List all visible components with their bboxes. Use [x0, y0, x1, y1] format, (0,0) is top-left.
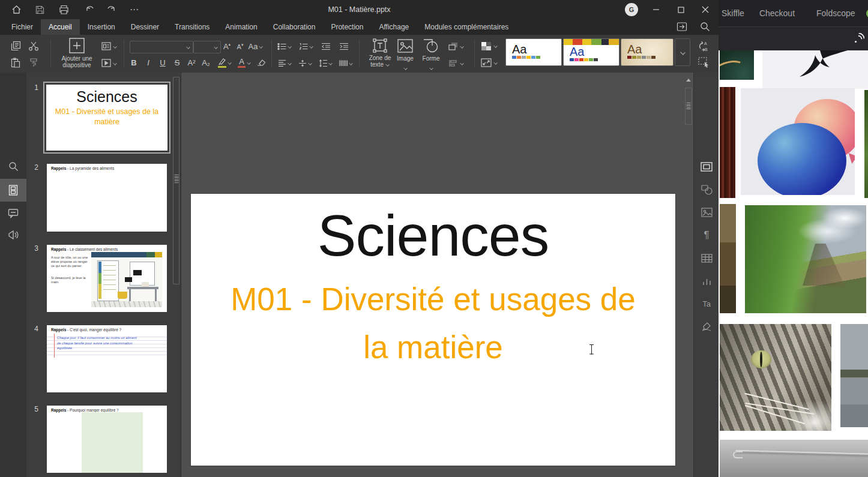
find-icon[interactable]: [0, 155, 26, 177]
photo-metal-rod[interactable]: [720, 440, 868, 477]
font-color-button[interactable]: A: [236, 57, 253, 68]
slide-thumbnail-1[interactable]: Sciences M01 - Diversité et usages de la…: [46, 85, 167, 151]
shapes-pane-icon[interactable]: [694, 180, 719, 199]
theme-option-1[interactable]: Aa: [505, 38, 562, 66]
photo-lake-horizon[interactable]: [840, 324, 868, 427]
canvas-scrollbar[interactable]: [684, 76, 692, 477]
line-spacing-dropdown[interactable]: [317, 58, 334, 68]
ink-pen-pane-icon[interactable]: [694, 317, 719, 336]
tab-fichier[interactable]: Fichier: [4, 19, 41, 35]
bw-tab-checkout[interactable]: Checkout: [759, 8, 795, 18]
photo-dark-red-texture[interactable]: [720, 87, 735, 198]
insert-shape-button[interactable]: Forme: [418, 39, 444, 73]
tab-dessiner[interactable]: Dessiner: [123, 19, 167, 35]
tab-insertion[interactable]: Insertion: [80, 19, 123, 35]
bw-tab-foldscope[interactable]: Foldscope: [816, 8, 855, 18]
slide-thumbnail-3[interactable]: Rappels - Le classement des aliments A t…: [47, 245, 167, 312]
slide-size-dropdown[interactable]: [478, 57, 500, 68]
photo-speech-bubbles[interactable]: [741, 88, 855, 195]
theme-gallery-expand-button[interactable]: [675, 38, 690, 66]
image-pane-icon[interactable]: [694, 203, 719, 222]
tab-modules-complementaires[interactable]: Modules complémentaires: [417, 19, 516, 35]
vertical-align-dropdown[interactable]: [297, 58, 313, 68]
search-icon[interactable]: [700, 22, 710, 32]
photo-green-strip[interactable]: [864, 90, 868, 198]
add-slide-button[interactable]: Ajouter une diapositive: [55, 38, 98, 68]
superscript-button[interactable]: A²: [185, 57, 197, 68]
tab-collaboration[interactable]: Collaboration: [265, 19, 324, 35]
slide-thumbnail-2[interactable]: Rappels - La pyramide des aliments: [47, 164, 167, 232]
select-objects-button[interactable]: [696, 56, 712, 68]
slide-thumbnail-1-selected-frame[interactable]: Sciences M01 - Diversité et usages de la…: [43, 82, 170, 154]
slide-title-text[interactable]: Sciences: [191, 202, 675, 269]
slide-thumbnail-4[interactable]: Rappels - C'est quoi, manger équilibré ?…: [47, 325, 167, 392]
arrange-objects-dropdown[interactable]: [447, 41, 466, 52]
change-case-button[interactable]: Aa: [247, 41, 264, 52]
grow-font-button[interactable]: A▴: [221, 41, 233, 52]
slide-layout-dropdown[interactable]: [100, 41, 119, 52]
tab-animation[interactable]: Animation: [217, 19, 265, 35]
current-slide[interactable]: Sciences M01 - Diversité et usages de la…: [191, 194, 675, 466]
columns-dropdown[interactable]: [337, 58, 354, 68]
numbering-dropdown[interactable]: [298, 41, 315, 52]
font-name-select[interactable]: [130, 41, 193, 53]
format-painter-icon[interactable]: [26, 55, 41, 70]
tab-protection[interactable]: Protection: [323, 19, 371, 35]
canvas-scrollbar-thumb[interactable]: [685, 88, 692, 125]
close-button[interactable]: [696, 0, 714, 19]
align-objects-dropdown[interactable]: [447, 58, 466, 68]
decrease-indent-icon[interactable]: [319, 41, 333, 52]
tab-accueil[interactable]: Accueil: [41, 19, 80, 35]
shrink-font-button[interactable]: A▾: [234, 41, 246, 52]
insert-image-button[interactable]: Image: [391, 39, 419, 73]
underline-button[interactable]: U: [157, 57, 168, 68]
photo-forest-landscape[interactable]: [745, 205, 866, 313]
editing-canvas[interactable]: Sciences M01 - Diversité et usages de la…: [181, 73, 693, 477]
clear-format-icon[interactable]: [255, 57, 268, 68]
maximize-button[interactable]: [672, 0, 690, 19]
photo-cat-face[interactable]: [720, 324, 831, 431]
open-location-icon[interactable]: [677, 22, 687, 32]
slide-subtitle-text[interactable]: M01 - Diversité et usages de la matière: [191, 275, 675, 371]
slides-panel-icon[interactable]: [0, 179, 26, 201]
slideshow-play-dropdown[interactable]: [100, 58, 119, 68]
avatar[interactable]: G: [625, 3, 638, 16]
paragraph-pane-icon[interactable]: ¶: [694, 226, 719, 245]
fill-color-dropdown[interactable]: [478, 40, 500, 52]
bold-button[interactable]: B: [128, 57, 139, 68]
comments-icon[interactable]: [0, 202, 26, 224]
photo-dark-green-plant[interactable]: [720, 50, 754, 80]
replace-button[interactable]: AB: [696, 40, 712, 53]
narration-speaker-icon[interactable]: [0, 224, 26, 245]
strikethrough-button[interactable]: S: [172, 57, 182, 68]
font-size-select[interactable]: [193, 41, 221, 53]
copy-icon[interactable]: [8, 38, 23, 53]
slide-thumbnail-5[interactable]: Rappels - Pourquoi manger équilibré ?: [47, 406, 167, 473]
minimize-button[interactable]: [647, 0, 665, 19]
handwriting-line: Chaque jour, il faut consommer au moins …: [57, 335, 137, 341]
thumbnail-scrollbar-thumb[interactable]: [173, 77, 179, 284]
rss-feed-icon[interactable]: [853, 33, 864, 44]
theme-option-3[interactable]: Aa: [621, 38, 674, 66]
increase-indent-icon[interactable]: [337, 41, 351, 52]
thumbnail-panel-scrollbar[interactable]: [173, 76, 179, 475]
bw-tab-skiffle[interactable]: Skiffle: [722, 8, 744, 18]
text-art-pane-icon[interactable]: Ta: [694, 294, 719, 313]
subscript-button[interactable]: A₂: [200, 57, 212, 68]
chart-pane-icon[interactable]: [694, 271, 719, 290]
highlight-color-button[interactable]: [215, 57, 234, 68]
right-tool-rail: ¶ Ta: [693, 73, 719, 477]
slide-properties-icon[interactable]: [694, 157, 719, 176]
scroll-up-arrow[interactable]: [686, 79, 691, 82]
italic-button[interactable]: I: [143, 57, 154, 68]
theme-option-2[interactable]: Aa: [563, 38, 619, 66]
paste-icon[interactable]: [8, 55, 23, 70]
cut-icon[interactable]: [26, 38, 41, 53]
photo-brown-soil[interactable]: [720, 204, 736, 313]
bullets-dropdown[interactable]: [276, 41, 293, 52]
align-text-dropdown[interactable]: [276, 58, 293, 68]
photo-black-bird-tail[interactable]: [762, 50, 868, 89]
table-pane-icon[interactable]: [694, 248, 719, 268]
tab-affichage[interactable]: Affichage: [371, 19, 417, 35]
tab-transitions[interactable]: Transitions: [167, 19, 217, 35]
